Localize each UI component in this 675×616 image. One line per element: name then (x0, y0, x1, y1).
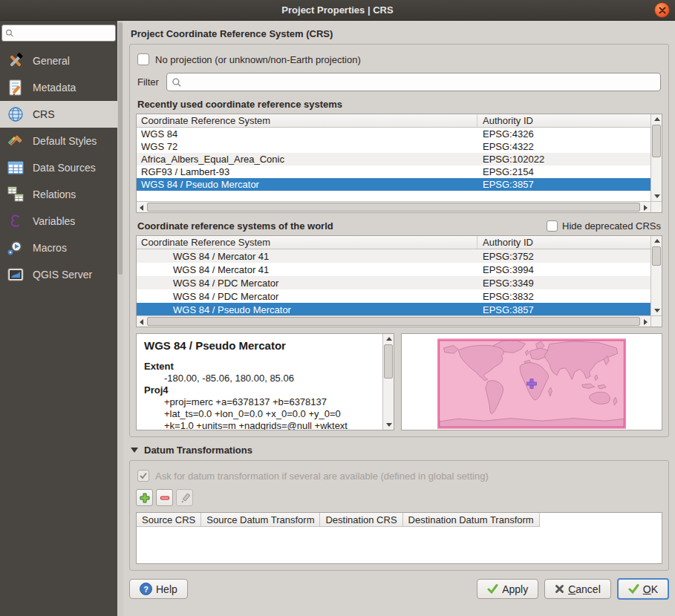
table-icon (7, 159, 25, 177)
close-icon (659, 7, 666, 14)
titlebar[interactable]: Project Properties | CRS (0, 0, 675, 21)
hide-deprecated-label: Hide deprecated CRSs (562, 220, 661, 232)
filter-label: Filter (137, 76, 159, 88)
datum-transform-table: Source CRS Source Datum Transform Destin… (136, 512, 662, 564)
sidebar-item-label: CRS (33, 108, 55, 120)
sidebar-item-label: General (33, 55, 70, 67)
horizontal-scrollbar[interactable] (137, 315, 650, 327)
sidebar-item-label: Relations (33, 189, 76, 200)
table-row[interactable]: WGS 84 / PDC MercatorEPSG:3832 (137, 289, 650, 303)
sidebar-search-box[interactable] (1, 24, 116, 42)
crs-filter-input[interactable] (185, 76, 656, 88)
pencil-icon (180, 493, 190, 503)
sidebar-item-metadata[interactable]: Metadata (0, 74, 117, 101)
check-icon (628, 583, 639, 594)
column-header-authority[interactable]: Authority ID (477, 114, 650, 127)
scroll-up-icon[interactable] (386, 337, 392, 341)
sidebar-item-variables[interactable]: Variables (0, 208, 117, 235)
horizontal-scrollbar[interactable] (137, 201, 650, 212)
cancel-button[interactable]: Cancel (544, 579, 611, 599)
sidebar-item-data-sources[interactable]: Data Sources (0, 154, 117, 181)
datum-section-header[interactable]: Datum Transformations (131, 445, 669, 456)
datum-section-title: Datum Transformations (144, 445, 252, 456)
column-header-dest-transform[interactable]: Destination Datum Transform (403, 513, 540, 527)
ask-datum-label: Ask for datum transformation if several … (155, 471, 489, 482)
server-image-icon (7, 266, 25, 284)
svg-text:?: ? (143, 585, 149, 594)
table-row-selected[interactable]: WGS 84 / Pseudo MercatorEPSG:3857 (137, 303, 650, 316)
close-button[interactable] (654, 2, 670, 18)
scrollbar-handle[interactable] (147, 203, 640, 212)
apply-button[interactable]: Apply (477, 579, 538, 599)
table-row[interactable]: WGS 84 / Mercator 41EPSG:3994 (137, 263, 650, 276)
document-pencil-icon (7, 79, 25, 96)
column-header-crs[interactable]: Coordinate Reference System (137, 236, 477, 249)
recent-crs-title: Recently used coordinate reference syste… (137, 99, 662, 110)
scroll-left-icon[interactable] (140, 205, 143, 211)
vertical-scrollbar[interactable] (650, 114, 662, 201)
scrollbar-handle[interactable] (652, 125, 661, 157)
crs-filter-box[interactable] (166, 73, 661, 91)
globe-icon (7, 105, 25, 123)
vertical-scrollbar[interactable] (382, 334, 394, 430)
crs-details-panel: WGS 84 / Pseudo Mercator Extent -180.00,… (136, 333, 394, 430)
sidebar-item-relations[interactable]: Relations (0, 181, 117, 208)
column-header-source-transform[interactable]: Source Datum Transform (201, 513, 320, 527)
table-row[interactable]: WGS 72EPSG:4322 (137, 140, 650, 153)
column-header-authority[interactable]: Authority ID (477, 236, 650, 249)
help-button[interactable]: ? Help (129, 579, 188, 599)
gear-play-icon (7, 239, 25, 257)
recent-crs-table: Coordinate Reference System Authority ID… (136, 114, 662, 213)
ok-button[interactable]: OK (617, 578, 669, 600)
sidebar-scrollbar-handle[interactable] (118, 22, 123, 275)
search-icon (172, 77, 182, 88)
column-header-source-crs[interactable]: Source CRS (137, 513, 201, 527)
table-row[interactable]: WGS 84EPSG:4326 (137, 128, 650, 140)
add-transform-button[interactable] (136, 489, 153, 506)
sidebar-item-qgis-server[interactable]: QGIS Server (0, 261, 117, 288)
scrollbar-corner (650, 201, 662, 212)
scroll-left-icon[interactable] (140, 319, 143, 325)
sidebar-scrollbar[interactable] (117, 21, 123, 616)
sidebar-search-input[interactable] (17, 27, 112, 39)
no-projection-label: No projection (or unknown/non-Earth proj… (155, 54, 361, 65)
scrollbar-handle[interactable] (652, 246, 661, 266)
no-projection-checkbox[interactable] (137, 53, 149, 65)
table-row[interactable]: WGS 84 / PDC MercatorEPSG:3349 (137, 276, 650, 289)
scrollbar-corner (650, 315, 662, 327)
scrollbar-handle[interactable] (147, 317, 640, 326)
remove-transform-button[interactable] (156, 489, 173, 506)
scroll-down-icon[interactable] (654, 309, 660, 312)
scroll-down-icon[interactable] (386, 423, 392, 427)
settings-sidebar: General Metadata CRS Default Styles (0, 21, 117, 616)
column-header-crs[interactable]: Coordinate Reference System (137, 114, 477, 127)
x-icon (555, 584, 564, 594)
sidebar-item-label: Metadata (33, 82, 76, 94)
edit-transform-button[interactable] (176, 489, 193, 506)
scroll-up-icon[interactable] (654, 239, 660, 243)
column-header-dest-crs[interactable]: Destination CRS (320, 513, 402, 527)
hide-deprecated-checkbox[interactable] (547, 220, 558, 232)
sidebar-item-macros[interactable]: Macros (0, 235, 117, 261)
datum-group-frame: Ask for datum transformation if several … (129, 460, 669, 571)
sidebar-item-default-styles[interactable]: Default Styles (0, 128, 117, 154)
scroll-right-icon[interactable] (644, 205, 648, 211)
ask-datum-checkbox (137, 470, 149, 482)
extent-label: Extent (144, 361, 379, 373)
vertical-scrollbar[interactable] (650, 236, 662, 315)
scroll-right-icon[interactable] (644, 319, 648, 325)
table-row[interactable]: Africa_Albers_Equal_Area_ConicEPSG:10202… (137, 153, 650, 166)
extent-value: -180.00, -85.06, 180.00, 85.06 (144, 373, 379, 384)
sidebar-item-general[interactable]: General (0, 47, 117, 74)
sidebar-item-crs[interactable]: CRS (0, 101, 117, 128)
table-row[interactable]: RGF93 / Lambert-93EPSG:2154 (137, 166, 650, 178)
proj4-line: +proj=merc +a=6378137 +b=6378137 (144, 396, 379, 408)
scroll-down-icon[interactable] (654, 194, 660, 198)
plus-icon (140, 493, 150, 503)
table-row[interactable]: WGS 84 / Mercator 41EPSG:3752 (137, 249, 650, 263)
scrollbar-handle[interactable] (384, 344, 393, 379)
scroll-up-icon[interactable] (654, 117, 660, 121)
table-row-selected[interactable]: WGS 84 / Pseudo MercatorEPSG:3857 (137, 178, 650, 191)
sidebar-item-label: Variables (33, 215, 75, 227)
collapse-arrow-icon[interactable] (131, 448, 138, 453)
